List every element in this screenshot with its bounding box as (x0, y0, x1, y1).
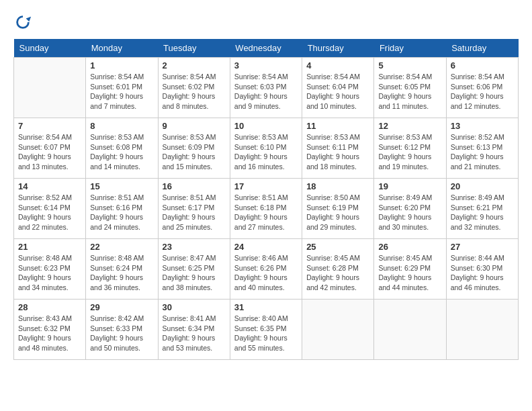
day-info: Sunrise: 8:53 AM Sunset: 6:08 PM Dayligh… (90, 132, 153, 172)
day-number: 7 (18, 121, 81, 131)
day-of-week-header: Saturday (446, 39, 518, 58)
day-of-week-header: Sunday (14, 39, 86, 58)
day-number: 3 (234, 60, 298, 71)
calendar-cell: 13Sunrise: 8:52 AM Sunset: 6:13 PM Dayli… (446, 118, 518, 179)
day-number: 6 (451, 60, 514, 71)
calendar-week-row: 14Sunrise: 8:52 AM Sunset: 6:14 PM Dayli… (14, 179, 519, 239)
day-number: 11 (306, 121, 369, 131)
day-number: 21 (18, 242, 81, 252)
day-number: 14 (18, 181, 81, 191)
calendar-cell: 10Sunrise: 8:53 AM Sunset: 6:10 PM Dayli… (230, 118, 302, 179)
day-info: Sunrise: 8:54 AM Sunset: 6:06 PM Dayligh… (451, 72, 514, 111)
day-info: Sunrise: 8:49 AM Sunset: 6:21 PM Dayligh… (451, 193, 514, 232)
calendar-cell: 25Sunrise: 8:45 AM Sunset: 6:28 PM Dayli… (302, 239, 374, 300)
day-number: 18 (306, 181, 369, 191)
day-number: 17 (234, 181, 298, 191)
day-info: Sunrise: 8:53 AM Sunset: 6:10 PM Dayligh… (234, 132, 298, 172)
day-of-week-header: Friday (374, 39, 446, 58)
day-of-week-header: Monday (86, 39, 158, 58)
day-number: 24 (234, 242, 298, 252)
day-info: Sunrise: 8:48 AM Sunset: 6:23 PM Dayligh… (18, 253, 81, 293)
day-number: 2 (163, 60, 226, 71)
logo (13, 13, 35, 32)
day-info: Sunrise: 8:54 AM Sunset: 6:01 PM Dayligh… (90, 72, 153, 111)
calendar-cell (14, 58, 86, 118)
calendar-cell: 7Sunrise: 8:54 AM Sunset: 6:07 PM Daylig… (14, 118, 86, 179)
calendar-cell: 23Sunrise: 8:47 AM Sunset: 6:25 PM Dayli… (158, 239, 230, 300)
day-number: 8 (90, 121, 153, 131)
calendar-table: SundayMondayTuesdayWednesdayThursdayFrid… (13, 39, 519, 360)
day-number: 10 (234, 121, 298, 131)
calendar-cell: 20Sunrise: 8:49 AM Sunset: 6:21 PM Dayli… (446, 179, 518, 239)
calendar-cell: 9Sunrise: 8:53 AM Sunset: 6:09 PM Daylig… (158, 118, 230, 179)
calendar-week-row: 28Sunrise: 8:43 AM Sunset: 6:32 PM Dayli… (14, 300, 519, 360)
calendar-cell (302, 300, 374, 360)
calendar-cell: 8Sunrise: 8:53 AM Sunset: 6:08 PM Daylig… (86, 118, 158, 179)
day-info: Sunrise: 8:54 AM Sunset: 6:07 PM Dayligh… (18, 132, 81, 172)
day-info: Sunrise: 8:54 AM Sunset: 6:02 PM Dayligh… (163, 72, 226, 111)
day-number: 29 (90, 302, 153, 312)
calendar-cell: 15Sunrise: 8:51 AM Sunset: 6:16 PM Dayli… (86, 179, 158, 239)
svg-marker-0 (26, 17, 31, 21)
calendar-cell: 29Sunrise: 8:42 AM Sunset: 6:33 PM Dayli… (86, 300, 158, 360)
day-info: Sunrise: 8:40 AM Sunset: 6:35 PM Dayligh… (234, 314, 298, 353)
day-number: 28 (18, 302, 81, 312)
calendar-cell: 30Sunrise: 8:41 AM Sunset: 6:34 PM Dayli… (158, 300, 230, 360)
calendar-cell: 2Sunrise: 8:54 AM Sunset: 6:02 PM Daylig… (158, 58, 230, 118)
day-number: 22 (90, 242, 153, 252)
calendar-cell: 18Sunrise: 8:50 AM Sunset: 6:19 PM Dayli… (302, 179, 374, 239)
calendar-cell: 27Sunrise: 8:44 AM Sunset: 6:30 PM Dayli… (446, 239, 518, 300)
day-info: Sunrise: 8:44 AM Sunset: 6:30 PM Dayligh… (451, 253, 514, 293)
day-of-week-header: Wednesday (230, 39, 302, 58)
calendar-cell: 16Sunrise: 8:51 AM Sunset: 6:17 PM Dayli… (158, 179, 230, 239)
day-number: 27 (451, 242, 514, 252)
day-info: Sunrise: 8:50 AM Sunset: 6:19 PM Dayligh… (306, 193, 369, 232)
calendar-cell: 28Sunrise: 8:43 AM Sunset: 6:32 PM Dayli… (14, 300, 86, 360)
calendar-cell: 17Sunrise: 8:51 AM Sunset: 6:18 PM Dayli… (230, 179, 302, 239)
calendar-week-row: 7Sunrise: 8:54 AM Sunset: 6:07 PM Daylig… (14, 118, 519, 179)
day-info: Sunrise: 8:54 AM Sunset: 6:05 PM Dayligh… (378, 72, 441, 111)
calendar-cell: 5Sunrise: 8:54 AM Sunset: 6:05 PM Daylig… (374, 58, 446, 118)
day-number: 5 (378, 60, 441, 71)
calendar-cell: 31Sunrise: 8:40 AM Sunset: 6:35 PM Dayli… (230, 300, 302, 360)
calendar-cell: 14Sunrise: 8:52 AM Sunset: 6:14 PM Dayli… (14, 179, 86, 239)
calendar-cell: 1Sunrise: 8:54 AM Sunset: 6:01 PM Daylig… (86, 58, 158, 118)
calendar-week-row: 21Sunrise: 8:48 AM Sunset: 6:23 PM Dayli… (14, 239, 519, 300)
day-number: 23 (163, 242, 226, 252)
day-info: Sunrise: 8:53 AM Sunset: 6:09 PM Dayligh… (163, 132, 226, 172)
day-info: Sunrise: 8:46 AM Sunset: 6:26 PM Dayligh… (234, 253, 298, 293)
day-info: Sunrise: 8:51 AM Sunset: 6:18 PM Dayligh… (234, 193, 298, 232)
day-info: Sunrise: 8:51 AM Sunset: 6:17 PM Dayligh… (163, 193, 226, 232)
calendar-cell: 21Sunrise: 8:48 AM Sunset: 6:23 PM Dayli… (14, 239, 86, 300)
day-number: 30 (163, 302, 226, 312)
day-info: Sunrise: 8:54 AM Sunset: 6:04 PM Dayligh… (306, 72, 369, 111)
day-of-week-header: Thursday (302, 39, 374, 58)
day-number: 12 (378, 121, 441, 131)
day-info: Sunrise: 8:42 AM Sunset: 6:33 PM Dayligh… (90, 314, 153, 353)
day-number: 15 (90, 181, 153, 191)
calendar-cell (374, 300, 446, 360)
day-number: 13 (451, 121, 514, 131)
day-of-week-header: Tuesday (158, 39, 230, 58)
day-info: Sunrise: 8:47 AM Sunset: 6:25 PM Dayligh… (163, 253, 226, 293)
day-number: 9 (163, 121, 226, 131)
calendar-cell: 12Sunrise: 8:53 AM Sunset: 6:12 PM Dayli… (374, 118, 446, 179)
logo-icon (13, 13, 32, 32)
day-number: 31 (234, 302, 298, 312)
day-info: Sunrise: 8:54 AM Sunset: 6:03 PM Dayligh… (234, 72, 298, 111)
calendar-cell: 24Sunrise: 8:46 AM Sunset: 6:26 PM Dayli… (230, 239, 302, 300)
day-info: Sunrise: 8:45 AM Sunset: 6:28 PM Dayligh… (306, 253, 369, 293)
calendar-cell: 26Sunrise: 8:45 AM Sunset: 6:29 PM Dayli… (374, 239, 446, 300)
day-number: 25 (306, 242, 369, 252)
day-info: Sunrise: 8:52 AM Sunset: 6:14 PM Dayligh… (18, 193, 81, 232)
day-info: Sunrise: 8:52 AM Sunset: 6:13 PM Dayligh… (451, 132, 514, 172)
calendar-cell (446, 300, 518, 360)
calendar-week-row: 1Sunrise: 8:54 AM Sunset: 6:01 PM Daylig… (14, 58, 519, 118)
day-info: Sunrise: 8:43 AM Sunset: 6:32 PM Dayligh… (18, 314, 81, 353)
day-number: 20 (451, 181, 514, 191)
day-info: Sunrise: 8:53 AM Sunset: 6:12 PM Dayligh… (378, 132, 441, 172)
day-info: Sunrise: 8:45 AM Sunset: 6:29 PM Dayligh… (378, 253, 441, 293)
calendar-cell: 4Sunrise: 8:54 AM Sunset: 6:04 PM Daylig… (302, 58, 374, 118)
calendar-cell: 11Sunrise: 8:53 AM Sunset: 6:11 PM Dayli… (302, 118, 374, 179)
page-header (13, 13, 519, 32)
